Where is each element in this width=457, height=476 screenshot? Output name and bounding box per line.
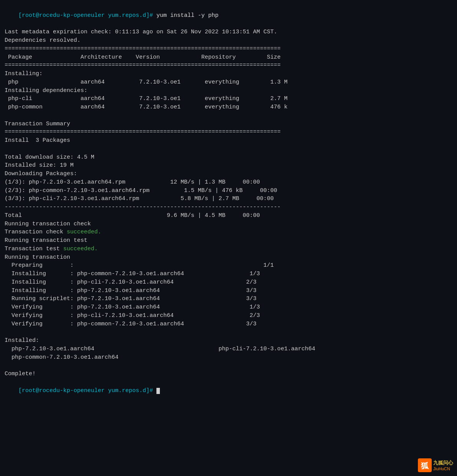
check-succeeded-line: Transaction check succeeded. <box>5 228 452 236</box>
running-transaction-line: Running transaction <box>5 253 452 262</box>
dash-sep: ----------------------------------------… <box>5 203 452 212</box>
blank-4 <box>5 361 452 370</box>
pkg3-line: (3/3): php-cli-7.2.10-3.oe1.aarch64.rpm … <box>5 195 452 203</box>
installing-deps-label: Installing dependencies: <box>5 87 452 95</box>
pkg2-line: (2/3): php-common-7.2.10-3.oe1.aarch64.r… <box>5 187 452 195</box>
php-cli-row: php-cli aarch64 7.2.10-3.oe1 everything … <box>5 95 452 103</box>
total-line: Total 9.6 MB/s | 4.5 MB 00:00 <box>5 212 452 220</box>
installed-pkgs-line: php-7.2.10-3.oe1.aarch64 php-cli-7.2.10-… <box>5 345 452 353</box>
blank-1 <box>5 112 452 120</box>
installed-section-label: Installed: <box>5 336 452 345</box>
cursor-blink <box>156 388 160 394</box>
eq-sep-2: ========================================… <box>5 61 452 70</box>
installing-label: Installing: <box>5 70 452 78</box>
verifying2-line: Verifying : php-cli-7.2.10-3.oe1.aarch64… <box>5 312 452 320</box>
watermark: 狐 九狐问心 JiuHuCN <box>418 458 453 472</box>
watermark-text-block: 九狐问心 JiuHuCN <box>433 460 453 471</box>
total-download-line: Total download size: 4.5 M <box>5 153 452 162</box>
verifying1-line: Verifying : php-7.2.10-3.oe1.aarch64 1/3 <box>5 303 452 312</box>
complete-line: Complete! <box>5 370 452 378</box>
verifying3-line: Verifying : php-common-7.2.10-3.oe1.aarc… <box>5 320 452 328</box>
test-succeeded-line: Transaction test succeeded. <box>5 245 452 253</box>
terminal-window: [root@rocedu-kp-openeuler yum.repos.d]# … <box>0 0 457 476</box>
running-check-line: Running transaction check <box>5 220 452 228</box>
final-prompt: [root@rocedu-kp-openeuler yum.repos.d]# <box>18 387 156 394</box>
downloading-label: Downloading Packages: <box>5 170 452 178</box>
php-row: php aarch64 7.2.10-3.oe1 everything 1.3 … <box>5 78 452 87</box>
installing1-line: Installing : php-common-7.2.10-3.oe1.aar… <box>5 270 452 278</box>
table-header: Package Architecture Version Repository … <box>5 53 452 62</box>
watermark-cn: 九狐问心 <box>433 460 453 466</box>
transaction-summary-label: Transaction Summary <box>5 120 452 128</box>
prompt-start: [root@rocedu-kp-openeuler yum.repos.d]# <box>18 12 156 19</box>
final-prompt-line[interactable]: [root@rocedu-kp-openeuler yum.repos.d]# <box>5 378 452 403</box>
running-test-line: Running transaction test <box>5 236 452 245</box>
watermark-en: JiuHuCN <box>433 466 453 471</box>
command-line: [root@rocedu-kp-openeuler yum.repos.d]# … <box>5 3 452 28</box>
svg-text:狐: 狐 <box>421 461 429 470</box>
preparing-line: Preparing : 1/1 <box>5 261 452 270</box>
php-common-row: php-common aarch64 7.2.10-3.oe1 everythi… <box>5 103 452 112</box>
deps-resolved-line: Dependencies resolved. <box>5 36 452 45</box>
eq-sep-1: ========================================… <box>5 45 452 53</box>
metadata-line: Last metadata expiration check: 0:11:13 … <box>5 28 452 36</box>
installing3-line: Installing : php-7.2.10-3.oe1.aarch64 3/… <box>5 287 452 295</box>
pkg1-line: (1/3): php-7.2.10-3.oe1.aarch64.rpm 12 M… <box>5 178 452 187</box>
watermark-logo: 狐 <box>418 458 432 472</box>
eq-sep-3: ========================================… <box>5 128 452 136</box>
install-packages-line: Install 3 Packages <box>5 136 452 145</box>
command-text: yum install -y php <box>156 12 219 19</box>
blank-2 <box>5 145 452 153</box>
installing2-line: Installing : php-cli-7.2.10-3.oe1.aarch6… <box>5 278 452 287</box>
installed-size-line: Installed size: 19 M <box>5 161 452 170</box>
scriptlet-line: Running scriptlet: php-7.2.10-3.oe1.aarc… <box>5 295 452 303</box>
installed-common-line: php-common-7.2.10-3.oe1.aarch64 <box>5 353 452 362</box>
blank-3 <box>5 328 452 336</box>
